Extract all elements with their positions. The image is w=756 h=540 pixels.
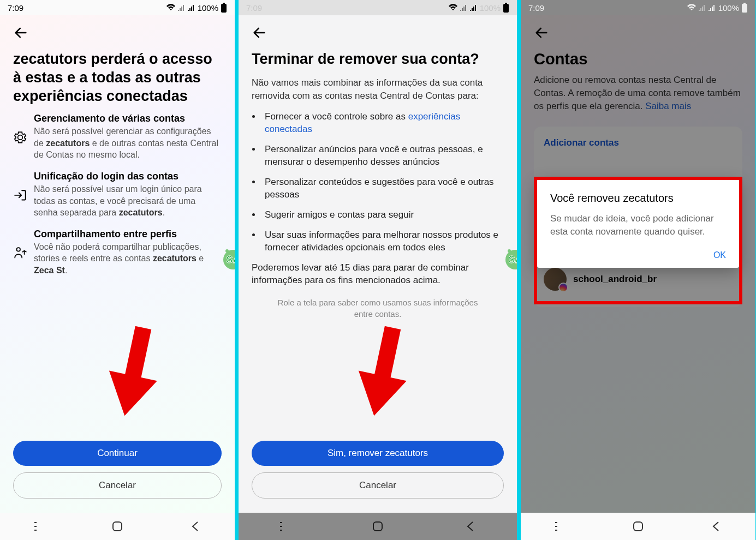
svg-point-3 bbox=[223, 250, 235, 269]
bullet-item: Fornecer a você controle sobre as experi… bbox=[261, 111, 504, 136]
svg-point-11 bbox=[508, 249, 511, 253]
feature-desc: Não será possível gerenciar as configura… bbox=[34, 125, 222, 161]
feature-unified-login: Unificação do login das contas Não será … bbox=[13, 171, 222, 219]
svg-rect-7 bbox=[113, 522, 122, 531]
status-bar: 7:09 100% bbox=[521, 0, 755, 15]
bullet-item: Usar suas informações para melhorar noss… bbox=[261, 229, 504, 254]
status-bar: 7:09 100% bbox=[239, 0, 517, 15]
watermark-icon: SA bbox=[219, 244, 235, 272]
svg-rect-0 bbox=[221, 4, 227, 13]
feature-desc: Não será possível usar um login único pa… bbox=[34, 183, 222, 219]
status-time: 7:09 bbox=[246, 3, 262, 13]
back-arrow-icon[interactable] bbox=[252, 25, 267, 40]
svg-rect-17 bbox=[634, 522, 642, 531]
battery-icon bbox=[503, 3, 509, 13]
dialog-title: Você removeu zecatutors bbox=[550, 192, 726, 205]
svg-rect-14 bbox=[373, 522, 382, 531]
home-icon[interactable] bbox=[632, 520, 644, 532]
home-icon[interactable] bbox=[372, 520, 384, 532]
battery-pct: 100% bbox=[718, 3, 739, 13]
nav-bar bbox=[0, 513, 235, 540]
signal-icon bbox=[178, 4, 186, 11]
wifi-icon bbox=[687, 4, 697, 11]
svg-rect-8 bbox=[503, 4, 509, 13]
body-paragraph: Poderemos levar até 15 dias para parar d… bbox=[252, 262, 504, 287]
scroll-hint: Role a tela para saber como usamos suas … bbox=[273, 297, 482, 320]
screen2-content: Terminar de remover sua conta? Não vamos… bbox=[239, 15, 517, 513]
confirm-remove-button[interactable]: Sim, remover zecatutors bbox=[252, 441, 504, 466]
signal-icon bbox=[470, 4, 478, 11]
svg-rect-1 bbox=[223, 3, 225, 4]
wifi-icon bbox=[166, 4, 176, 11]
signal-icon bbox=[699, 4, 706, 11]
back-icon[interactable] bbox=[710, 520, 722, 532]
page-title: zecatutors perderá o acesso à estas e a … bbox=[13, 50, 222, 105]
dialog-text: Se mudar de ideia, você pode adicionar e… bbox=[550, 212, 726, 238]
bullet-item: Sugerir amigos e contas para seguir bbox=[261, 209, 504, 221]
feature-desc: Você não poderá compartilhar publicações… bbox=[34, 241, 222, 277]
feature-title: Compartilhamento entre perfis bbox=[34, 229, 222, 240]
screen1-content: zecatutors perderá o acesso à estas e a … bbox=[0, 15, 235, 513]
screen3-content: Contas Adicione ou remova contas nesta C… bbox=[521, 15, 755, 513]
svg-rect-15 bbox=[742, 4, 747, 13]
svg-point-4 bbox=[225, 249, 229, 253]
recents-icon[interactable] bbox=[554, 520, 566, 532]
feature-title: Gerenciamento de várias contas bbox=[34, 113, 222, 124]
status-right: 100% bbox=[448, 3, 509, 13]
back-icon[interactable] bbox=[465, 520, 477, 532]
recents-icon[interactable] bbox=[33, 520, 45, 532]
battery-icon bbox=[221, 3, 227, 13]
status-right: 100% bbox=[687, 3, 748, 13]
cancel-button[interactable]: Cancelar bbox=[252, 472, 504, 499]
page-subtitle: Não vamos mais combinar as informações d… bbox=[252, 76, 504, 103]
recents-icon[interactable] bbox=[279, 520, 291, 532]
status-bar: 7:09 100% bbox=[0, 0, 235, 15]
back-icon[interactable] bbox=[189, 520, 201, 532]
svg-text:SA: SA bbox=[508, 254, 517, 265]
nav-bar bbox=[521, 513, 755, 540]
bullet-item: Personalizar conteúdos e sugestões para … bbox=[261, 176, 504, 201]
feature-title: Unificação do login das contas bbox=[34, 171, 222, 182]
signal-icon bbox=[460, 4, 468, 11]
gear-icon bbox=[13, 114, 27, 161]
signal-icon bbox=[709, 4, 716, 11]
login-arrow-icon bbox=[13, 172, 27, 219]
feature-multi-account: Gerenciamento de várias contas Não será … bbox=[13, 113, 222, 161]
cancel-button[interactable]: Cancelar bbox=[13, 472, 222, 499]
svg-rect-16 bbox=[743, 3, 746, 4]
svg-text:SA: SA bbox=[226, 254, 235, 265]
wifi-icon bbox=[448, 4, 458, 11]
battery-pct: 100% bbox=[198, 3, 218, 13]
feature-profile-share: Compartilhamento entre perfis Você não p… bbox=[13, 229, 222, 277]
people-share-icon bbox=[13, 230, 27, 277]
battery-pct: 100% bbox=[480, 3, 501, 13]
status-right: 100% bbox=[166, 3, 227, 13]
watermark-icon: SA bbox=[502, 244, 517, 272]
bullet-item: Personalizar anúncios para você e outras… bbox=[261, 143, 504, 169]
confirmation-dialog: Você removeu zecatutors Se mudar de idei… bbox=[537, 179, 739, 268]
svg-point-10 bbox=[505, 250, 517, 269]
status-time: 7:09 bbox=[8, 3, 23, 13]
svg-rect-9 bbox=[505, 3, 507, 4]
page-title: Terminar de remover sua conta? bbox=[252, 50, 504, 69]
dialog-ok-button[interactable]: OK bbox=[550, 250, 726, 260]
annotation-arrow-icon bbox=[353, 326, 408, 419]
signal-icon bbox=[188, 4, 195, 11]
status-time: 7:09 bbox=[528, 3, 544, 13]
home-icon[interactable] bbox=[111, 520, 123, 532]
continue-button[interactable]: Continuar bbox=[13, 441, 222, 466]
back-arrow-icon[interactable] bbox=[13, 25, 28, 40]
battery-icon bbox=[741, 3, 748, 13]
svg-point-2 bbox=[17, 248, 21, 251]
annotation-arrow-icon bbox=[104, 326, 158, 419]
nav-bar bbox=[239, 513, 517, 540]
